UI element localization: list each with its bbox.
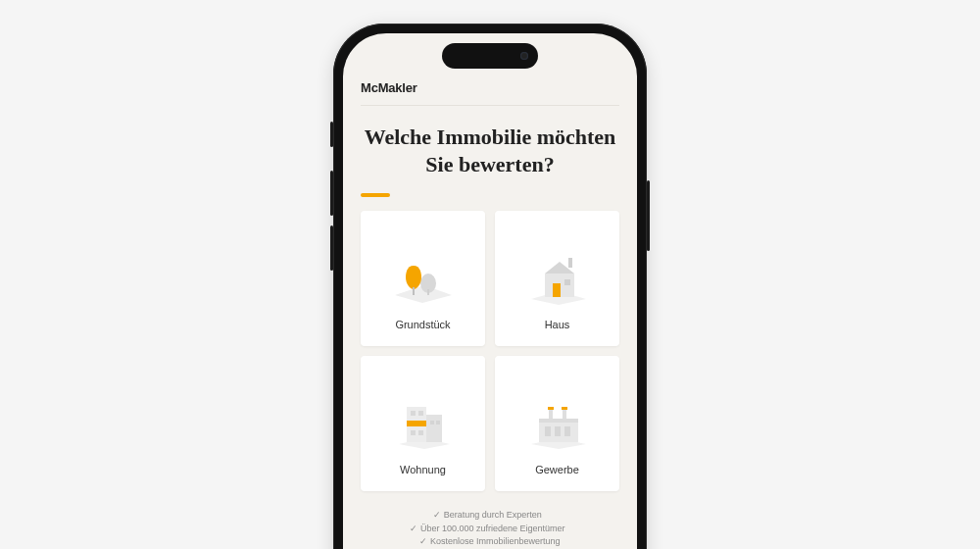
phone-screen: McMakler Welche Immobilie möchten Sie be… <box>343 33 637 549</box>
phone-side-button <box>330 171 333 216</box>
svg-rect-18 <box>430 421 434 424</box>
phone-frame: McMakler Welche Immobilie möchten Sie be… <box>333 24 647 549</box>
dynamic-island <box>442 43 538 69</box>
phone-side-button <box>330 225 333 271</box>
option-label: Grundstück <box>395 319 450 330</box>
page-title: Welche Immobilie möchten Sie bewerten? <box>361 124 619 177</box>
footer-item: ✓ Beratung durch Experten <box>433 510 542 520</box>
svg-rect-2 <box>427 289 429 295</box>
svg-rect-16 <box>411 430 416 435</box>
svg-rect-14 <box>411 411 416 416</box>
footer-item: ✓ Kostenlose Immobilienbewertung <box>419 536 560 546</box>
trust-footer: ✓ Beratung durch Experten ✓ Über 100.000… <box>361 509 619 549</box>
svg-rect-27 <box>548 407 554 410</box>
svg-rect-9 <box>564 279 570 285</box>
svg-rect-15 <box>418 411 423 416</box>
progress-bar <box>361 193 390 197</box>
option-label: Gewerbe <box>535 464 579 475</box>
svg-rect-7 <box>568 258 572 268</box>
svg-rect-8 <box>553 283 561 297</box>
svg-rect-26 <box>549 409 553 419</box>
phone-side-button <box>330 122 333 147</box>
commercial-icon <box>523 397 592 450</box>
svg-rect-25 <box>564 426 570 436</box>
svg-rect-23 <box>545 426 551 436</box>
svg-rect-19 <box>436 421 440 424</box>
option-label: Haus <box>545 319 570 330</box>
svg-rect-28 <box>563 409 566 419</box>
svg-rect-22 <box>539 419 578 423</box>
footer-item: ✓ Über 100.000 zufriedene Eigentümer <box>410 524 564 533</box>
svg-rect-29 <box>562 407 567 410</box>
svg-rect-13 <box>407 421 426 426</box>
property-type-grid: Grundstück Haus <box>361 211 619 491</box>
brand-logo: McMakler <box>361 80 619 105</box>
svg-rect-24 <box>555 426 561 436</box>
option-card-haus[interactable]: Haus <box>495 211 619 346</box>
svg-rect-12 <box>426 415 442 442</box>
option-card-gewerbe[interactable]: Gewerbe <box>495 356 619 491</box>
apartment-icon <box>389 397 458 450</box>
option-card-grundstueck[interactable]: Grundstück <box>361 211 485 346</box>
progress-track <box>361 193 619 197</box>
phone-side-button <box>647 180 650 251</box>
land-plot-icon <box>389 252 458 305</box>
house-icon <box>523 252 592 305</box>
header-divider <box>361 105 619 106</box>
option-label: Wohnung <box>400 464 446 475</box>
svg-rect-17 <box>418 430 423 435</box>
svg-rect-3 <box>413 287 415 295</box>
option-card-wohnung[interactable]: Wohnung <box>361 356 485 491</box>
